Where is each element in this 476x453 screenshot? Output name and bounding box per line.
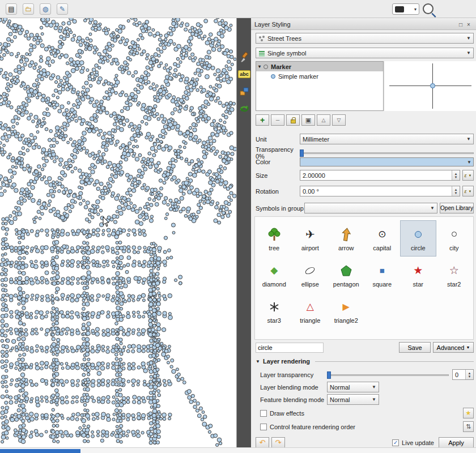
- open-folder-icon[interactable]: 🗀: [23, 3, 34, 15]
- draw-effects-checkbox[interactable]: [260, 410, 267, 417]
- chevron-down-icon: ▼: [466, 136, 471, 142]
- symbol-item-triangle2[interactable]: ▶ triangle2: [328, 293, 364, 329]
- float-panel-icon[interactable]: □: [457, 20, 465, 28]
- map-canvas[interactable]: [0, 18, 236, 447]
- paintbrush-icon: [239, 52, 250, 63]
- chevron-down-icon: ▼: [372, 384, 376, 390]
- slider-handle[interactable]: [300, 149, 304, 157]
- symbol-item-star2[interactable]: ☆ star2: [436, 257, 473, 293]
- new-document-icon[interactable]: ▤: [6, 3, 17, 15]
- symbol-item-pentagon[interactable]: pentagon: [328, 257, 364, 293]
- sort-icon: ⇅: [466, 423, 471, 430]
- redo-arrow-icon: ↷: [275, 438, 282, 447]
- arrows-cycle-icon: [239, 103, 249, 113]
- unit-label: Unit: [256, 136, 300, 143]
- control-rendering-order-checkbox[interactable]: [260, 424, 267, 430]
- symbols-group-combo[interactable]: ▼: [304, 203, 437, 213]
- symbol-item-triangle[interactable]: △ triangle: [292, 293, 329, 329]
- lock-symbol-layer-button[interactable]: [286, 114, 300, 126]
- spin-arrows[interactable]: ▲▼: [465, 370, 473, 379]
- simple-marker-bullet-icon: [271, 74, 275, 79]
- add-symbol-layer-button[interactable]: +: [256, 114, 269, 126]
- close-panel-icon[interactable]: ×: [465, 20, 473, 28]
- redo-button[interactable]: ↷: [271, 437, 285, 448]
- ellipse-symbol-icon: [305, 262, 315, 279]
- renderer-combo[interactable]: Single symbol ▼: [256, 48, 474, 58]
- expander-icon[interactable]: ▾: [258, 64, 261, 69]
- size-data-defined-button[interactable]: ε▼: [462, 170, 474, 181]
- symbol-item-square[interactable]: ■ square: [364, 257, 401, 293]
- color-button[interactable]: ▼: [300, 157, 474, 166]
- pentagon-symbol-icon: [341, 262, 352, 279]
- marker-label: Marker: [271, 63, 291, 70]
- symbol-item-tree[interactable]: tree: [256, 220, 292, 257]
- transparency-slider[interactable]: [300, 148, 474, 157]
- rotation-value: 0.00 °: [303, 188, 319, 195]
- symbol-tree-marker-row[interactable]: ▾ Marker: [256, 62, 383, 71]
- tab-diagrams[interactable]: [237, 84, 251, 99]
- qgis-window: ▤ 🗀 ◍ ✎ ▾ abc: [0, 0, 476, 453]
- symbol-item-airport[interactable]: ✈ airport: [292, 220, 329, 257]
- chevron-down-icon: ▼: [466, 50, 471, 55]
- save-symbol-button[interactable]: Save: [399, 342, 431, 353]
- symbol-item-city[interactable]: city: [436, 220, 473, 257]
- remove-symbol-layer-button[interactable]: −: [271, 114, 284, 126]
- unit-combo[interactable]: Millimeter ▼: [300, 134, 474, 144]
- edit-pencil-icon[interactable]: ✎: [57, 3, 68, 15]
- magnifier-handle: [432, 13, 436, 18]
- rendering-order-button[interactable]: ⇅: [463, 421, 474, 432]
- map-canvas-area[interactable]: [0, 18, 236, 447]
- symbol-name-input[interactable]: [256, 343, 324, 353]
- layer-blending-value: Normal: [330, 384, 350, 391]
- symbol-preview: [385, 61, 476, 111]
- symbol-item-ellipse[interactable]: ellipse: [292, 257, 329, 293]
- renderer-name: Single symbol: [267, 50, 306, 57]
- layer-styling-panel: Layer Styling □ × Street Trees ▼ Single …: [251, 18, 476, 447]
- symbol-tree-simple-marker-row[interactable]: Simple marker: [256, 71, 383, 81]
- size-spinbox[interactable]: 2.00000 ▲▼: [300, 170, 460, 181]
- symbol-item-star[interactable]: ★ star: [400, 257, 436, 293]
- star-icon: ★: [466, 409, 471, 417]
- size-label: Size: [256, 172, 300, 179]
- advanced-button[interactable]: Advanced ▼: [433, 342, 474, 353]
- layer-selector-combo[interactable]: Street Trees ▼: [256, 33, 474, 44]
- layer-transparency-slider[interactable]: [327, 370, 449, 379]
- combo-arrow-icon: ▾: [414, 7, 416, 12]
- layer-rendering-header[interactable]: ▼ Layer rendering: [256, 358, 474, 365]
- rotation-spinbox[interactable]: 0.00 ° ▲▼: [300, 186, 460, 196]
- layer-transparency-spinbox[interactable]: 0 ▲▼: [452, 369, 474, 380]
- layer-blending-combo[interactable]: Normal ▼: [327, 382, 379, 392]
- spin-down-icon: ▼: [454, 191, 458, 195]
- symbol-item-circle[interactable]: circle: [400, 220, 436, 257]
- tab-symbology[interactable]: [237, 50, 251, 65]
- symbol-item-star3[interactable]: star3: [256, 293, 292, 329]
- tab-labels[interactable]: abc: [237, 67, 251, 82]
- marker-bullet-icon: [264, 65, 268, 69]
- rotation-data-defined-button[interactable]: ε▼: [462, 186, 474, 196]
- spin-down-icon: ▼: [454, 176, 458, 179]
- symbol-item-diamond[interactable]: ◆ diamond: [256, 257, 292, 293]
- undo-button[interactable]: ↶: [256, 437, 269, 448]
- globe-icon[interactable]: ◍: [40, 3, 51, 15]
- duplicate-symbol-layer-button[interactable]: ▣: [301, 114, 315, 126]
- panel-title: Layer Styling: [254, 21, 291, 28]
- tab-history[interactable]: [237, 101, 251, 116]
- toolbar-style-combo[interactable]: ▾: [392, 3, 419, 15]
- mouse-cursor: [102, 216, 110, 228]
- spin-arrows[interactable]: ▲▼: [452, 170, 460, 180]
- move-up-button[interactable]: △: [317, 114, 330, 126]
- feature-blending-combo[interactable]: Normal ▼: [327, 394, 379, 405]
- styling-tab-strip: abc: [236, 18, 251, 447]
- live-update-checkbox[interactable]: ✓: [392, 439, 399, 446]
- apply-button[interactable]: Apply: [439, 437, 474, 448]
- symbol-item-arrow[interactable]: arrow: [328, 220, 364, 257]
- collapse-arrow-icon[interactable]: ▼: [256, 359, 260, 364]
- spin-arrows[interactable]: ▲▼: [452, 186, 460, 196]
- single-symbol-icon: [258, 50, 265, 57]
- customize-effects-button[interactable]: ★: [463, 408, 474, 418]
- slider-handle[interactable]: [327, 371, 331, 379]
- move-down-button[interactable]: ▽: [332, 114, 346, 126]
- panel-titlebar[interactable]: Layer Styling □ ×: [251, 19, 476, 30]
- symbol-item-capital[interactable]: ⊙ capital: [364, 220, 401, 257]
- open-library-button[interactable]: Open Library: [440, 203, 474, 213]
